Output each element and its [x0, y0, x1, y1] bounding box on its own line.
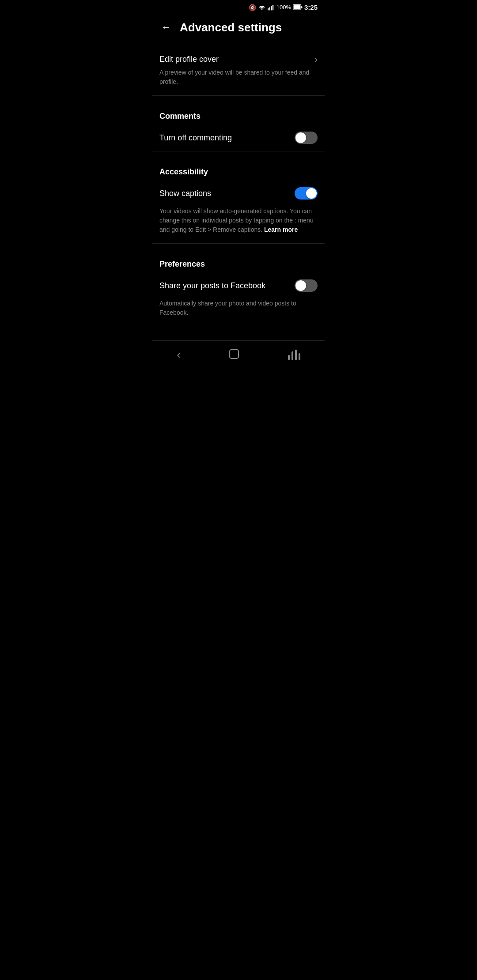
facebook-toggle-slider	[295, 279, 318, 292]
battery-percentage: 100%	[276, 4, 291, 11]
accessibility-section: Accessibility Show captions Your videos …	[152, 151, 325, 243]
share-facebook-row: Share your posts to Facebook	[159, 271, 318, 299]
nav-bar-2	[292, 351, 293, 360]
nav-bar: ‹	[152, 340, 325, 372]
status-bar: 🔇 100% 3:25	[152, 0, 325, 15]
svg-rect-6	[301, 6, 302, 8]
header: ← Advanced settings	[152, 15, 325, 45]
preferences-section-title: Preferences	[159, 251, 318, 271]
learn-more-link[interactable]: Learn more	[264, 226, 298, 233]
svg-rect-3	[273, 5, 273, 10]
back-button[interactable]: ←	[159, 20, 173, 35]
turn-off-commenting-row: Turn off commenting	[159, 123, 318, 151]
nav-bar-3	[295, 350, 297, 360]
profile-cover-label: Edit profile cover	[159, 55, 219, 64]
status-icons: 🔇 100% 3:25	[249, 4, 318, 11]
signal-icon	[268, 4, 275, 11]
nav-apps-icon[interactable]	[288, 350, 300, 360]
nav-home-icon[interactable]	[229, 349, 239, 361]
chevron-right-icon: ›	[314, 54, 318, 64]
accessibility-section-title: Accessibility	[159, 158, 318, 178]
svg-rect-5	[293, 5, 300, 10]
facebook-toggle[interactable]	[295, 279, 318, 292]
page-title: Advanced settings	[180, 21, 282, 34]
nav-bar-4	[299, 353, 300, 360]
facebook-description: Automatically share your photo and video…	[159, 299, 318, 326]
nav-back-icon[interactable]: ‹	[177, 348, 181, 362]
back-arrow-icon: ←	[161, 22, 171, 33]
captions-description: Your videos will show auto-generated cap…	[159, 207, 318, 243]
comments-section: Comments Turn off commenting	[152, 95, 325, 151]
wifi-icon	[258, 4, 266, 11]
battery-icon	[293, 4, 303, 10]
nav-bar-1	[288, 355, 290, 360]
mute-icon: 🔇	[249, 4, 256, 11]
commenting-label: Turn off commenting	[159, 133, 232, 143]
svg-rect-0	[268, 8, 269, 10]
commenting-toggle[interactable]	[295, 132, 318, 144]
status-time: 3:25	[304, 4, 318, 11]
nav-square-shape	[229, 349, 239, 359]
preferences-section: Preferences Share your posts to Facebook…	[152, 243, 325, 326]
captions-toggle-slider	[295, 187, 318, 200]
edit-profile-cover-row[interactable]: Edit profile cover ›	[159, 45, 318, 68]
show-captions-row: Show captions	[159, 178, 318, 207]
comments-section-title: Comments	[159, 103, 318, 123]
share-facebook-label: Share your posts to Facebook	[159, 281, 265, 290]
show-captions-label: Show captions	[159, 189, 211, 198]
profile-cover-description: A preview of your video will be shared t…	[159, 68, 318, 95]
svg-rect-2	[271, 6, 272, 10]
commenting-toggle-slider	[295, 132, 318, 144]
captions-toggle[interactable]	[295, 187, 318, 200]
profile-cover-section: Edit profile cover › A preview of your v…	[152, 45, 325, 95]
svg-rect-1	[269, 7, 270, 10]
